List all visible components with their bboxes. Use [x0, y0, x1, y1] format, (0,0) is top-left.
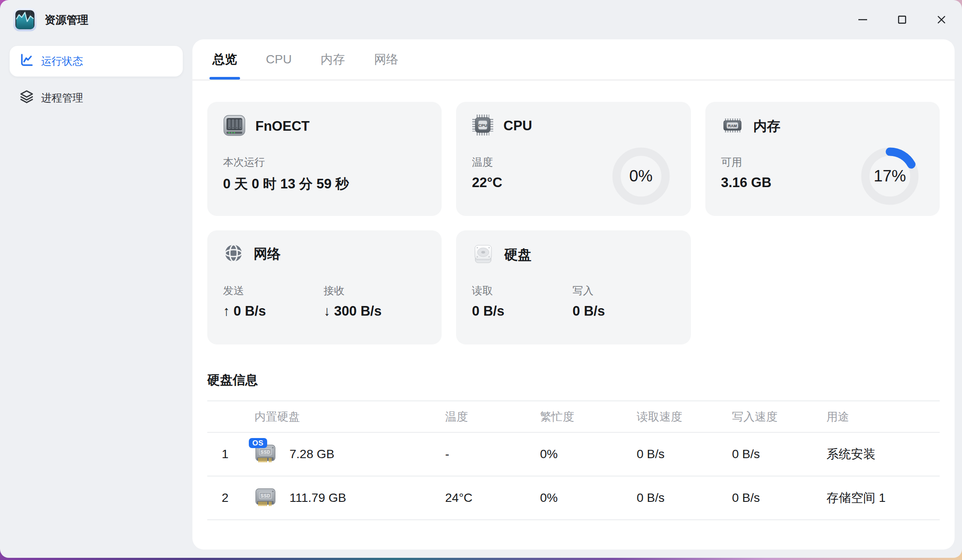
titlebar: 资源管理 — [0, 0, 962, 39]
minimize-icon[interactable] — [854, 11, 871, 28]
disk-temperature: 24°C — [445, 491, 540, 505]
stat-label: 读取 — [472, 284, 572, 298]
card-title: 内存 — [753, 117, 781, 136]
section-title: 硬盘信息 — [207, 372, 940, 389]
sidebar-item-label: 运行状态 — [41, 54, 83, 68]
disk-write-value: 0 B/s — [572, 303, 673, 319]
disk-read-speed: 0 B/s — [637, 447, 732, 461]
col-header-busy: 繁忙度 — [540, 409, 637, 424]
disk-index: 2 — [222, 491, 254, 505]
tab-cpu[interactable]: CPU — [266, 39, 292, 80]
cpu-usage-percent: 0% — [612, 147, 670, 205]
stat-label: 发送 — [223, 284, 324, 298]
maximize-icon[interactable] — [893, 11, 911, 28]
svg-text:RAM: RAM — [728, 124, 737, 128]
disk-size: 111.79 GB — [289, 491, 445, 505]
memory-usage-percent: 17% — [861, 147, 919, 205]
hard-drive-icon — [472, 243, 495, 267]
card-device: FnOECT 本次运行 0 天 0 时 13 分 59 秒 — [207, 102, 442, 216]
stat-label: 接收 — [324, 284, 424, 298]
tab-network[interactable]: 网络 — [374, 39, 398, 80]
network-send-value: ↑ 0 B/s — [223, 303, 324, 319]
disk-usage: 存储空间 1 — [826, 490, 940, 506]
svg-text:SSD: SSD — [261, 494, 270, 498]
stat-label: 温度 — [472, 155, 572, 169]
svg-text:CPU: CPU — [478, 123, 487, 128]
overview-cards: FnOECT 本次运行 0 天 0 时 13 分 59 秒 — [192, 80, 955, 344]
cpu-usage-gauge: 0% — [612, 147, 670, 205]
card-disk: 硬盘 读取 0 B/s 写入 0 B/s — [456, 230, 690, 344]
content-panel: 总览 CPU 内存 网络 — [192, 39, 955, 550]
ssd-icon: SSD — [254, 488, 276, 508]
resource-monitor-app-icon — [13, 8, 37, 31]
card-title: CPU — [503, 118, 532, 134]
close-icon[interactable] — [933, 11, 950, 28]
ram-chip-icon: RAM — [721, 114, 744, 139]
os-badge: OS — [249, 438, 267, 448]
stat-label: 本次运行 — [223, 155, 349, 169]
card-cpu: CPU CPU 温度 22°C 0% — [456, 102, 690, 216]
app-title: 资源管理 — [45, 0, 88, 39]
disk-busy: 0% — [540, 447, 637, 461]
nas-device-icon — [223, 114, 246, 139]
disk-busy: 0% — [540, 491, 637, 505]
stat-label: 可用 — [721, 155, 822, 169]
card-title: FnOECT — [255, 118, 310, 134]
table-row: 1 SSD — [207, 433, 940, 477]
card-title: 硬盘 — [504, 246, 531, 264]
col-header-temperature: 温度 — [445, 409, 540, 424]
memory-usage-gauge: 17% — [861, 147, 919, 205]
sidebar-item-process-management[interactable]: 进程管理 — [10, 83, 183, 113]
line-chart-icon — [19, 52, 34, 70]
col-header-usage: 用途 — [826, 409, 940, 424]
disk-read-speed: 0 B/s — [637, 491, 732, 505]
disk-table: 内置硬盘 温度 繁忙度 读取速度 写入速度 用途 1 — [207, 400, 940, 520]
col-header-internal-disk: 内置硬盘 — [254, 409, 445, 424]
disk-table-header: 内置硬盘 温度 繁忙度 读取速度 写入速度 用途 — [207, 400, 940, 433]
network-receive-value: ↓ 300 B/s — [324, 303, 424, 319]
cpu-temp-value: 22°C — [472, 175, 572, 191]
card-network: 网络 发送 ↑ 0 B/s 接收 ↓ 300 B/s — [207, 230, 442, 344]
uptime-value: 0 天 0 时 13 分 59 秒 — [223, 175, 349, 193]
disk-info-section: 硬盘信息 内置硬盘 温度 繁忙度 读取速度 写入速度 用途 1 — [192, 372, 955, 520]
cpu-chip-icon: CPU — [472, 114, 494, 138]
svg-text:SSD: SSD — [261, 450, 270, 455]
layers-icon — [19, 89, 34, 107]
tab-memory[interactable]: 内存 — [321, 39, 345, 80]
globe-icon — [223, 243, 244, 265]
disk-write-speed: 0 B/s — [732, 447, 826, 461]
col-header-read-speed: 读取速度 — [637, 409, 732, 424]
sidebar-item-label: 进程管理 — [41, 91, 83, 105]
disk-write-speed: 0 B/s — [732, 491, 826, 505]
empty-grid-cell — [705, 230, 940, 344]
tab-overview[interactable]: 总览 — [213, 39, 237, 80]
sidebar: 运行状态 进程管理 — [0, 39, 192, 113]
col-header-write-speed: 写入速度 — [732, 409, 826, 424]
table-row: 2 SSD — [207, 477, 940, 520]
disk-read-value: 0 B/s — [472, 303, 572, 319]
window-controls — [854, 0, 950, 39]
disk-temperature: - — [445, 447, 540, 461]
sidebar-item-running-status[interactable]: 运行状态 — [10, 46, 183, 77]
card-title: 网络 — [254, 245, 281, 263]
app-window: 资源管理 运行状态 — [0, 0, 962, 558]
tabbar: 总览 CPU 内存 网络 — [192, 39, 955, 80]
disk-usage: 系统安装 — [826, 446, 940, 463]
stat-label: 写入 — [572, 284, 673, 298]
memory-available-value: 3.16 GB — [721, 175, 822, 191]
disk-size: 7.28 GB — [289, 447, 445, 461]
ssd-icon: SSD OS — [254, 444, 276, 464]
card-memory: RAM 内存 可用 3.16 GB 17% — [705, 102, 940, 216]
disk-index: 1 — [222, 447, 254, 461]
